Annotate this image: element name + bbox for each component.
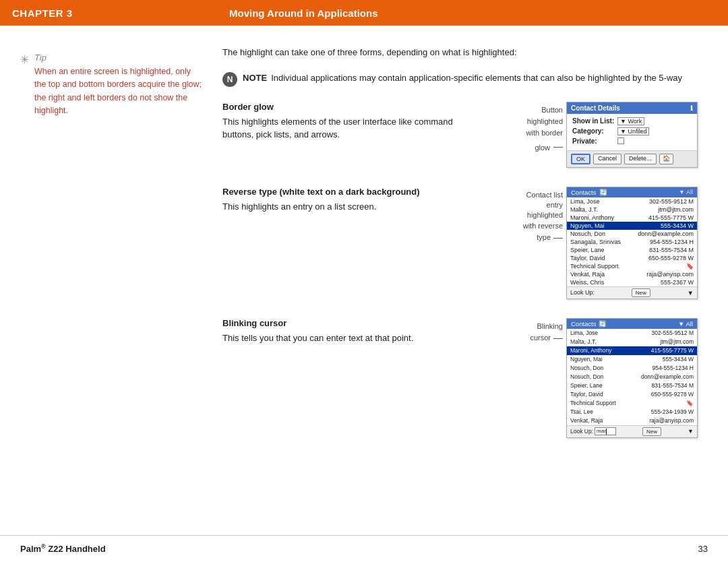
border-glow-heading: Border glow: [222, 102, 472, 112]
note-text: Individual applications may contain appl…: [271, 73, 682, 83]
reverse-type-heading: Reverse type (white text on a dark backg…: [222, 187, 472, 197]
list-item: Venkat, Raja raja@anyisp.com: [567, 270, 697, 278]
section-blinking-cursor-text: Blinking cursor This tells you that you …: [222, 318, 479, 438]
annotation-arrow-2: —: [553, 231, 563, 245]
cs-scroll-arrow: ▼: [688, 289, 694, 296]
c2-footer: Look Up: mar New ▼: [567, 425, 697, 437]
tip-text: When an entire screen is highlighted, on…: [34, 67, 202, 115]
blinking-cursor-heading: Blinking cursor: [222, 318, 472, 328]
contact-details-screenshot-area: Contact Details ℹ Show in List: ▼ Work C…: [566, 102, 701, 168]
annotation-line-4: glow —: [535, 140, 563, 154]
chapter-title: Moving Around in Applications: [216, 0, 728, 26]
chapter-title-text: Moving Around in Applications: [229, 7, 378, 19]
contacts-list-screenshot: Contacts 🔄 ▼ All Lima, Jose 302-555-9512…: [566, 187, 698, 299]
cs-titlebar: Contacts 🔄 ▼ All: [567, 187, 697, 197]
section-border-glow: Border glow This highlights elements of …: [222, 102, 701, 168]
list-item: Lima, Jose 302-555-9512 M: [567, 329, 697, 338]
annotation-arrow-1: —: [553, 140, 563, 154]
annotation-line-2: highlighted: [527, 117, 563, 127]
section-blinking-cursor: Blinking cursor This tells you that you …: [222, 318, 701, 438]
cs-body: Lima, Jose 302-555-9512 M Malta, J.T. jt…: [567, 197, 697, 286]
list-item: Malta, J.T. jtm@jtm.com: [567, 206, 697, 214]
note-box: N NOTEIndividual applications may contai…: [222, 71, 701, 87]
cd-cancel-button[interactable]: Cancel: [593, 154, 621, 164]
list-item: Malta, J.T. jtm@jtm.com: [567, 338, 697, 346]
cd-titlebar: Contact Details ℹ: [567, 102, 697, 114]
list-item: Sanagala, Srinivas 954-555-1234 H: [567, 238, 697, 246]
section-reverse-type: Reverse type (white text on a dark backg…: [222, 187, 701, 299]
cd-buttons: OK Cancel Delete... 🏠: [567, 150, 697, 167]
cs-footer: Look Up: New ▼: [567, 286, 697, 299]
list-item: Taylor, David 650-555-9278 W: [567, 254, 697, 262]
main-content: ✳ Tip When an entire screen is highlight…: [0, 26, 728, 535]
sidebar: ✳ Tip When an entire screen is highlight…: [0, 46, 216, 535]
c2-titlebar: Contacts 🔄 ▼ All: [567, 319, 697, 329]
section-border-glow-text: Border glow This highlights elements of …: [222, 102, 479, 168]
blinking-cursor-icon: [606, 429, 607, 435]
note-icon: N: [222, 72, 237, 87]
list-item: Weiss, Chris 555-2367 W: [567, 278, 697, 286]
list-item-highlighted: Maroni, Anthony 415-555-7775 W: [567, 346, 697, 355]
tip-block: ✳ Tip When an entire screen is highlight…: [20, 53, 202, 118]
note-content: NOTEIndividual applications may contain …: [243, 71, 682, 85]
annotation-line-1: Button: [541, 105, 563, 115]
content-area: The highlight can take one of three form…: [216, 46, 728, 535]
annotation-line-3: with border: [526, 128, 563, 138]
tip-label: Tip: [34, 53, 202, 63]
border-glow-annotation: Button highlighted with border glow —: [479, 102, 566, 168]
chapter-label: CHAPTER 3: [0, 0, 216, 26]
cd-ok-button[interactable]: OK: [571, 154, 590, 164]
chapter-text: CHAPTER 3: [12, 7, 73, 19]
c2-sync-icon: 🔄: [599, 320, 607, 327]
cd-icon-button[interactable]: 🏠: [659, 154, 673, 164]
footer-brand: Palm® Z22 Handheld: [20, 543, 106, 554]
list-item: Maroni, Anthony 415-555-7775 W: [567, 214, 697, 222]
footer-page-number: 33: [698, 544, 708, 554]
blinking-cursor-annotation: Blinking cursor —: [479, 318, 566, 438]
blinking-cursor-desc: This tells you that you can enter text a…: [222, 332, 472, 345]
page-footer: Palm® Z22 Handheld 33: [0, 535, 728, 562]
c2-body: Lima, Jose 302-555-9512 M Malta, J.T. jt…: [567, 329, 697, 425]
list-item: Nosuch, Don donn@example.com: [567, 373, 697, 381]
border-glow-desc: This highlights elements of the user int…: [222, 115, 472, 142]
list-item: Taylor, David 650-555-9278 W: [567, 390, 697, 399]
list-item: Speier, Lane 831-555-7534 M: [567, 246, 697, 254]
section-reverse-type-text: Reverse type (white text on a dark backg…: [222, 187, 479, 299]
c2-scroll-arrow: ▼: [688, 428, 694, 435]
c2-new-button[interactable]: New: [642, 427, 661, 436]
reverse-type-desc: This highlights an entry on a list scree…: [222, 200, 472, 214]
contact-details-screenshot: Contact Details ℹ Show in List: ▼ Work C…: [566, 102, 698, 168]
sync-icon: 🔄: [599, 189, 607, 196]
contacts-list2-screenshot-area: Contacts 🔄 ▼ All Lima, Jose 302-555-9512…: [566, 318, 701, 438]
cd-body: Show in List: ▼ Work Category: ▼ Unfiled…: [567, 114, 697, 150]
contacts-list2-screenshot: Contacts 🔄 ▼ All Lima, Jose 302-555-9512…: [566, 318, 698, 438]
intro-paragraph: The highlight can take one of three form…: [222, 46, 701, 59]
page-header: CHAPTER 3 Moving Around in Applications: [0, 0, 728, 26]
list-item: Tsai, Lee 555-234-1939 W: [567, 408, 697, 416]
list-item: Nosuch, Don 954-555-1234 H: [567, 364, 697, 373]
reverse-type-annotation: Contact list entry highlighted with reve…: [479, 187, 566, 299]
list-item: Nguyen, Mai 555-3434 W: [567, 355, 697, 364]
list-item-highlighted: Nguyen, Mai 555-3434 W: [567, 222, 697, 230]
tip-star-icon: ✳: [20, 53, 29, 66]
cd-delete-button[interactable]: Delete...: [624, 154, 657, 164]
annotation-arrow-3: —: [553, 332, 563, 345]
list-item: Venkat, Raja raja@anyisp.com: [567, 416, 697, 425]
list-item: Technical Support 🔖: [567, 262, 697, 270]
cs-new-button[interactable]: New: [632, 288, 650, 297]
list-item: Lima, Jose 302-555-9512 M: [567, 197, 697, 206]
list-item: Speier, Lane 831-555-7534 M: [567, 381, 697, 390]
note-label: NOTE: [243, 73, 267, 83]
list-item: Nosuch, Don donn@example.com: [567, 230, 697, 238]
list-item: Technical Support 🔖: [567, 399, 697, 408]
contacts-list-screenshot-area: Contacts 🔄 ▼ All Lima, Jose 302-555-9512…: [566, 187, 701, 299]
